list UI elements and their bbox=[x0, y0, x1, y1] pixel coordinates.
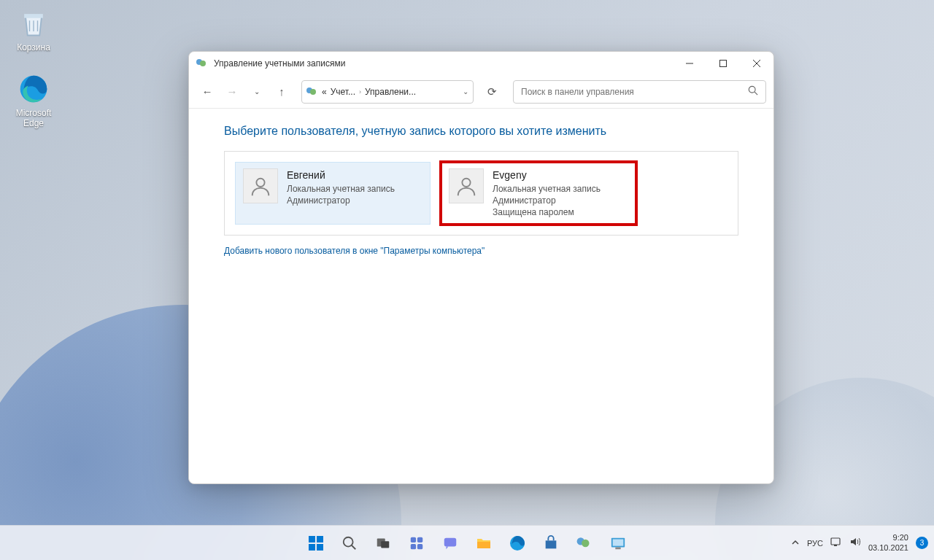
svg-rect-12 bbox=[317, 544, 323, 551]
svg-rect-26 bbox=[615, 547, 620, 549]
control-panel-taskbar-button[interactable] bbox=[603, 529, 633, 558]
svg-point-8 bbox=[462, 179, 470, 187]
up-button[interactable]: ↑ bbox=[271, 81, 293, 103]
language-indicator[interactable]: РУС bbox=[807, 539, 823, 548]
user-accounts-taskbar-button[interactable] bbox=[570, 529, 599, 558]
svg-point-7 bbox=[256, 179, 264, 187]
trash-icon bbox=[18, 7, 50, 39]
user-name: Евгений bbox=[287, 168, 395, 182]
user-card-evgeny[interactable]: Evgeny Локальная учетная запись Админист… bbox=[441, 162, 636, 225]
content-area: Выберите пользователя, учетную запись ко… bbox=[189, 109, 773, 483]
search-icon[interactable] bbox=[748, 85, 758, 98]
maximize-button[interactable] bbox=[706, 52, 740, 75]
svg-rect-18 bbox=[417, 537, 422, 542]
user-card-evgeniy[interactable]: Евгений Локальная учетная запись Админис… bbox=[235, 162, 431, 225]
breadcrumb-seg2[interactable]: Управлени... bbox=[365, 87, 416, 97]
svg-line-14 bbox=[352, 545, 356, 549]
volume-icon[interactable] bbox=[849, 537, 861, 549]
edge-icon bbox=[18, 73, 50, 105]
edge-browser-icon[interactable]: Microsoft Edge bbox=[6, 73, 61, 128]
recycle-bin-icon[interactable]: Корзина bbox=[6, 7, 61, 52]
search-box[interactable] bbox=[513, 80, 766, 104]
page-heading: Выберите пользователя, учетную запись ко… bbox=[224, 125, 738, 138]
close-button[interactable] bbox=[740, 52, 773, 75]
address-bar[interactable]: « Учет... › Управлени... ⌄ bbox=[301, 80, 474, 104]
svg-rect-9 bbox=[309, 536, 315, 542]
svg-rect-11 bbox=[309, 544, 315, 551]
user-name: Evgeny bbox=[493, 168, 601, 182]
svg-rect-27 bbox=[831, 538, 840, 545]
svg-rect-19 bbox=[411, 543, 416, 548]
svg-line-6 bbox=[754, 92, 757, 95]
window-title: Управление учетными записями bbox=[214, 58, 673, 69]
svg-rect-25 bbox=[613, 539, 624, 545]
add-user-link[interactable]: Добавить нового пользователя в окне "Пар… bbox=[224, 246, 738, 256]
avatar-icon bbox=[449, 168, 484, 203]
control-panel-window: Управление учетными записями ← → ⌄ ↑ « У… bbox=[188, 51, 774, 484]
edge-taskbar-button[interactable] bbox=[503, 529, 532, 558]
start-button[interactable] bbox=[301, 529, 331, 558]
search-input[interactable] bbox=[521, 87, 748, 97]
svg-rect-17 bbox=[411, 537, 416, 542]
refresh-button[interactable]: ⟳ bbox=[481, 81, 503, 103]
minimize-button[interactable] bbox=[673, 52, 706, 75]
widgets-button[interactable] bbox=[402, 529, 431, 558]
svg-rect-2 bbox=[720, 61, 727, 67]
svg-rect-16 bbox=[381, 541, 389, 548]
recent-dropdown[interactable]: ⌄ bbox=[246, 81, 268, 103]
file-explorer-button[interactable] bbox=[469, 529, 498, 558]
user-role: Администратор bbox=[287, 195, 395, 206]
user-accounts-icon bbox=[196, 58, 208, 69]
user-role: Администратор bbox=[493, 195, 601, 206]
back-button[interactable]: ← bbox=[196, 81, 218, 103]
user-grid: Евгений Локальная учетная запись Админис… bbox=[224, 151, 738, 236]
clock[interactable]: 9:20 03.10.2021 bbox=[868, 533, 908, 552]
path-icon bbox=[306, 86, 318, 98]
svg-rect-20 bbox=[417, 543, 422, 548]
toolbar: ← → ⌄ ↑ « Учет... › Управлени... ⌄ ⟳ bbox=[189, 75, 773, 109]
svg-rect-10 bbox=[317, 536, 323, 542]
chevron-right-icon: › bbox=[359, 88, 361, 96]
user-info: Evgeny Локальная учетная запись Админист… bbox=[493, 168, 601, 218]
network-icon[interactable] bbox=[830, 537, 842, 549]
titlebar[interactable]: Управление учетными записями bbox=[189, 52, 773, 75]
recycle-label: Корзина bbox=[17, 42, 50, 52]
store-button[interactable] bbox=[536, 529, 566, 558]
taskbar: РУС 9:20 03.10.2021 3 bbox=[0, 525, 934, 560]
notification-badge[interactable]: 3 bbox=[916, 537, 928, 549]
user-info: Евгений Локальная учетная запись Админис… bbox=[287, 168, 395, 218]
date-text: 03.10.2021 bbox=[868, 543, 908, 553]
svg-rect-21 bbox=[444, 537, 457, 546]
taskbar-search-button[interactable] bbox=[335, 529, 364, 558]
address-dropdown[interactable]: ⌄ bbox=[463, 88, 468, 96]
svg-point-13 bbox=[344, 537, 353, 546]
user-type: Локальная учетная запись bbox=[287, 183, 395, 195]
edge-label: Microsoft Edge bbox=[6, 108, 61, 128]
taskbar-center bbox=[301, 529, 633, 558]
chat-button[interactable] bbox=[436, 529, 465, 558]
breadcrumb-prefix: « bbox=[322, 87, 327, 97]
user-type: Локальная учетная запись bbox=[493, 183, 601, 195]
task-view-button[interactable] bbox=[368, 529, 398, 558]
time-text: 9:20 bbox=[868, 533, 908, 542]
breadcrumb-seg1[interactable]: Учет... bbox=[331, 87, 355, 97]
user-protection: Защищена паролем bbox=[493, 206, 601, 218]
svg-point-5 bbox=[749, 86, 755, 93]
taskbar-right: РУС 9:20 03.10.2021 3 bbox=[791, 526, 928, 560]
svg-rect-28 bbox=[834, 545, 837, 546]
avatar-icon bbox=[243, 168, 278, 203]
forward-button[interactable]: → bbox=[221, 81, 243, 103]
tray-overflow-button[interactable] bbox=[791, 537, 800, 549]
svg-rect-22 bbox=[477, 542, 490, 548]
